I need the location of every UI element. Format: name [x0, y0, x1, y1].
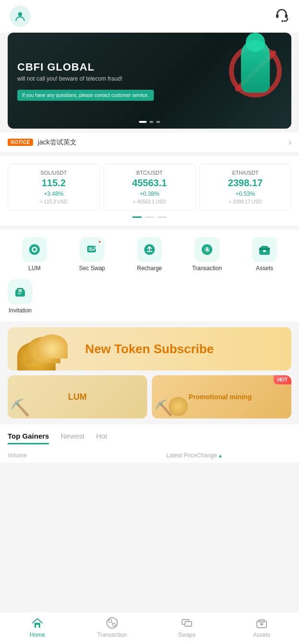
price-pair-sol: SOL/USDT [12, 170, 95, 176]
price-value-eth: 2398.17 [204, 178, 287, 189]
header [0, 0, 299, 33]
action-recharge[interactable]: Recharge [123, 237, 176, 272]
price-value-sol: 115.2 [12, 178, 95, 189]
banner-cta: If you have any questions, please contac… [17, 90, 154, 101]
price-usd-btc: ≈ 45563.1 USD [108, 199, 191, 204]
dot-1 [139, 121, 147, 123]
action-lum[interactable]: LUM [8, 237, 61, 272]
action-row2: Invitation [8, 279, 291, 314]
user-avatar[interactable] [10, 6, 31, 27]
price-change-btc: +0.38% [108, 191, 191, 197]
quick-actions: LUM Sec Swap [0, 229, 299, 322]
price-cards: SOL/USDT 115.2 +3.48% ≈ 115.2 USD BTC/US… [8, 164, 291, 211]
notice-bar[interactable]: NOTICE jack尝试英文 › [0, 132, 299, 152]
svg-point-6 [33, 248, 36, 251]
action-invitation[interactable]: Invitation [8, 279, 33, 314]
assets-label: Assets [256, 265, 273, 272]
notice-arrow-icon: › [288, 137, 291, 147]
price-change-sol: +3.48% [12, 191, 95, 197]
nav-assets-label: Assets [253, 632, 270, 638]
col-latest-price: Latest Price [102, 452, 196, 459]
dot-3 [156, 121, 160, 123]
token-subscribe-label: New Token Subscribe [85, 342, 214, 357]
action-assets[interactable]: Assets [238, 237, 291, 272]
sec-swap-icon [80, 237, 104, 262]
mining-banner-label: Promotional mining [189, 393, 254, 401]
svg-rect-1 [276, 14, 278, 18]
token-subscribe-banner[interactable]: New Token Subscribe [8, 327, 291, 370]
banner-subtitle: will not call you! beware of telecom fra… [17, 75, 154, 82]
transaction-label: Transaction [192, 265, 222, 272]
sec-swap-label: Sec Swap [79, 265, 105, 272]
promo-banners: New Token Subscribe ⛏️ LUM HOT ⛏️ Promot… [8, 327, 291, 418]
price-card-btc[interactable]: BTC/USDT 45563.1 +0.38% ≈ 45563.1 USD [104, 164, 196, 211]
nav-transaction-label: Transaction [97, 632, 127, 638]
svg-rect-18 [18, 289, 22, 291]
table-header: Volume Latest Price Change ▲ [8, 448, 291, 463]
sort-arrow-icon: ▲ [218, 453, 223, 458]
notice-badge: NOTICE [8, 139, 33, 146]
tab-hot[interactable]: Hot [96, 432, 107, 444]
tabs-section: Top Gainers Newest Hot Volume Latest Pri… [0, 424, 299, 463]
transaction-icon [195, 237, 219, 262]
tab-newest[interactable]: Newest [60, 432, 84, 444]
svg-rect-14 [261, 246, 268, 249]
price-pair-btc: BTC/USDT [108, 170, 191, 176]
banner-dots [139, 121, 160, 123]
nav-transaction[interactable]: Transaction [75, 616, 150, 638]
nav-home-label: Home [30, 632, 45, 638]
nav-swaps-label: Swaps [178, 632, 196, 638]
tab-top-gainers[interactable]: Top Gainers [8, 432, 49, 444]
action-grid: LUM Sec Swap [8, 237, 291, 272]
svg-rect-2 [285, 14, 288, 18]
svg-rect-15 [263, 250, 266, 252]
col-change: Change ▲ [197, 452, 291, 459]
price-section: SOL/USDT 115.2 +3.48% ≈ 115.2 USD BTC/US… [0, 156, 299, 226]
mining-banner[interactable]: HOT ⛏️ Promotional mining [152, 375, 291, 418]
sub-banners: ⛏️ LUM HOT ⛏️ Promotional mining [8, 375, 291, 418]
col-volume: Volume [8, 452, 102, 459]
price-usd-eth: ≈ 2398.17 USD [204, 199, 287, 204]
promo-banner: CBFI GLOBAL will not call you! beware of… [8, 33, 291, 129]
lum-icon [22, 237, 47, 262]
recharge-icon [137, 237, 162, 262]
lum-label: LUM [28, 265, 40, 272]
price-value-btc: 45563.1 [108, 178, 191, 189]
hot-badge: HOT [274, 375, 291, 384]
price-usd-sol: ≈ 115.2 USD [12, 199, 95, 204]
ind-dot-2 [145, 216, 154, 218]
svg-rect-20 [36, 625, 39, 628]
assets-icon [252, 237, 277, 262]
price-change-eth: +0.53% [204, 191, 287, 197]
tab-row: Top Gainers Newest Hot [8, 432, 291, 444]
action-sec-swap[interactable]: Sec Swap [65, 237, 119, 272]
invitation-label: Invitation [9, 307, 32, 314]
notice-text: jack尝试英文 [38, 138, 288, 147]
svg-point-0 [18, 12, 23, 16]
nav-assets[interactable]: Assets [224, 616, 299, 638]
nav-home[interactable]: Home [0, 616, 75, 638]
action-transaction[interactable]: Transaction [180, 237, 234, 272]
ind-dot-3 [157, 216, 167, 218]
svg-point-3 [281, 20, 283, 22]
lum-banner-label: LUM [68, 392, 87, 402]
nav-swaps[interactable]: Swaps [150, 616, 224, 638]
dot-2 [150, 121, 153, 123]
recharge-label: Recharge [137, 265, 162, 272]
support-headphone-icon[interactable] [274, 8, 289, 25]
lum-banner[interactable]: ⛏️ LUM [8, 375, 147, 418]
price-card-sol[interactable]: SOL/USDT 115.2 +3.48% ≈ 115.2 USD [8, 164, 100, 211]
price-card-eth[interactable]: ETH/USDT 2398.17 +0.53% ≈ 2398.17 USD [199, 164, 291, 211]
svg-rect-25 [185, 621, 192, 626]
bottom-nav: Home Transaction Swaps Assets [0, 612, 299, 644]
banner-brand: CBFI GLOBAL [17, 61, 154, 73]
price-indicator [8, 216, 291, 218]
svg-point-11 [206, 249, 208, 250]
invitation-icon [8, 279, 33, 304]
ind-dot-1 [132, 216, 142, 218]
svg-rect-28 [260, 623, 263, 625]
banner-content: CBFI GLOBAL will not call you! beware of… [17, 61, 154, 101]
price-pair-eth: ETH/USDT [204, 170, 287, 176]
